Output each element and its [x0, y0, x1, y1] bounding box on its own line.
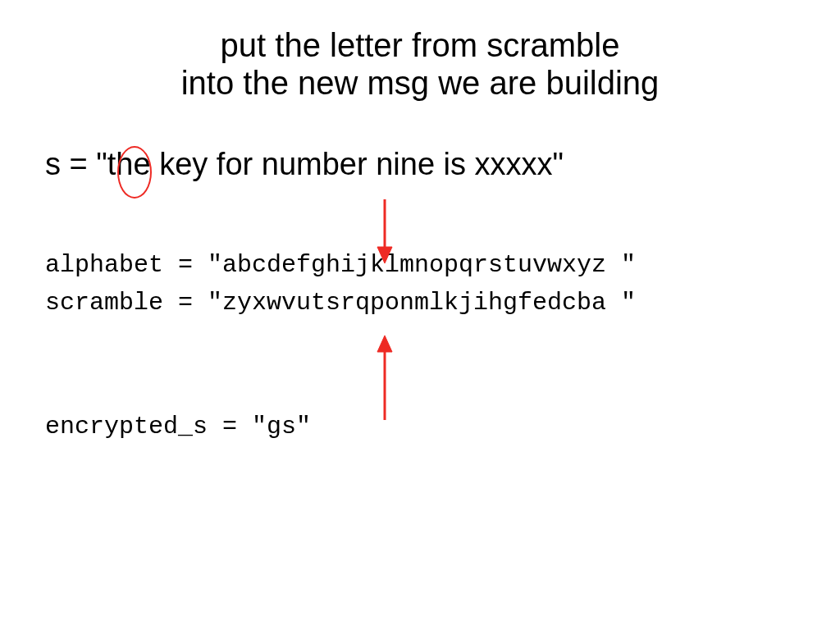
- svg-marker-3: [377, 336, 392, 352]
- s-assignment: s = "the key for number nine is xxxxx": [45, 148, 800, 182]
- title-line-2: into the new msg we are building: [0, 64, 840, 102]
- slide-title: put the letter from scramble into the ne…: [0, 26, 840, 102]
- slide-body: s = "the key for number nine is xxxxx" a…: [45, 148, 800, 441]
- arrow-down-icon: [372, 199, 397, 265]
- alphabet-line: alphabet = "abcdefghijklmnopqrstuvwxyz ": [45, 251, 636, 279]
- slide: put the letter from scramble into the ne…: [0, 0, 840, 630]
- scramble-line: scramble = "zyxwvutsrqponmlkjihgfedcba ": [45, 289, 636, 317]
- title-line-1: put the letter from scramble: [0, 26, 840, 64]
- encrypted-line: encrypted_s = "gs": [45, 413, 800, 441]
- arrow-up-icon: [372, 334, 397, 420]
- code-block: alphabet = "abcdefghijklmnopqrstuvwxyz "…: [45, 246, 800, 322]
- circle-annotation-icon: [117, 146, 152, 199]
- svg-marker-1: [377, 247, 392, 263]
